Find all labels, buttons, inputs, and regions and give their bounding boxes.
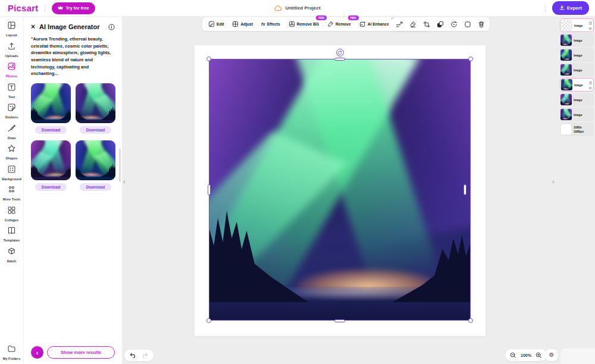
text-icon <box>7 83 16 94</box>
picsart-logo[interactable]: Picsart <box>8 3 38 13</box>
sidebar-item-uploads[interactable]: Uploads <box>0 42 23 58</box>
download-button-2[interactable]: Download <box>80 126 112 134</box>
zoom-out-icon[interactable] <box>510 352 516 359</box>
eye-icon[interactable] <box>588 87 592 89</box>
sidebar-item-draw[interactable]: Draw <box>0 124 23 140</box>
panel-scrollbar[interactable] <box>119 149 121 182</box>
adjust-icon <box>232 21 239 28</box>
download-button-3[interactable]: Download <box>35 183 67 191</box>
layer-row-7[interactable]: Image <box>560 108 594 121</box>
remove-bg-button[interactable]: Remove BG PRO <box>284 17 323 31</box>
generated-image-thumbnail-3[interactable] <box>31 140 71 180</box>
sidebar-item-more-tools[interactable]: More Tools <box>0 185 23 201</box>
sidebar-item-stickers[interactable]: Stickers <box>0 103 23 119</box>
resize-handle-top[interactable] <box>334 58 345 61</box>
close-icon[interactable]: × <box>31 23 35 30</box>
trash-icon[interactable] <box>478 21 485 28</box>
generated-image-thumbnail-1[interactable] <box>31 83 71 123</box>
prompt-text: "Aurora Trending, ethereal beauty, celes… <box>31 36 115 77</box>
panel-title: AI Image Generator <box>39 23 99 30</box>
remove-brush-icon <box>327 21 334 28</box>
undo-icon[interactable] <box>130 353 136 358</box>
crown-icon <box>58 5 63 11</box>
sidebar-item-photos[interactable]: Photos <box>0 62 23 78</box>
layers-icon[interactable] <box>437 21 444 28</box>
redo-icon[interactable] <box>142 353 148 358</box>
header-divider-right <box>545 4 546 12</box>
layer-thumbnail-image <box>560 109 572 120</box>
result-cell: Download <box>76 83 115 134</box>
object-toolbar <box>391 17 490 31</box>
generated-image-thumbnail-2[interactable] <box>76 83 115 123</box>
background-icon <box>7 165 16 176</box>
export-button[interactable]: Export <box>552 1 589 15</box>
layer-thumbnail-image <box>560 49 572 61</box>
remove-bg-icon <box>289 21 295 28</box>
layer-thumbnail-image <box>560 34 572 46</box>
show-more-results-button[interactable]: Show more results <box>47 346 115 359</box>
collapse-left-chevron-icon[interactable]: ‹ <box>123 178 126 185</box>
position-icon[interactable] <box>396 21 403 28</box>
sidebar-item-background[interactable]: Background <box>0 165 23 181</box>
canvas-area: Edit Adjust fx Effects Remove BG PRO Rem… <box>122 17 595 364</box>
resize-handle-bottom-right[interactable] <box>468 318 473 323</box>
collage-icon <box>7 206 16 217</box>
edit-icon <box>208 21 215 28</box>
ai-enhance-button[interactable]: AI Enhance <box>355 17 393 31</box>
resize-handle-bottom[interactable] <box>334 319 345 322</box>
sidebar-item-layout[interactable]: Layout <box>0 21 23 37</box>
bottom-right-plate <box>560 349 595 364</box>
resize-handle-top-right[interactable] <box>468 57 473 61</box>
zoom-controls: 100% <box>505 349 547 361</box>
eraser-icon[interactable] <box>409 21 416 28</box>
zoom-in-icon[interactable] <box>536 352 542 359</box>
sidebar-item-templates[interactable]: Templates <box>0 226 23 242</box>
sidebar-item-shapes[interactable]: Shapes <box>0 144 23 160</box>
sidebar-item-collages[interactable]: Collages <box>0 206 23 222</box>
layer-row-2[interactable]: Image <box>560 33 594 47</box>
rotate-icon[interactable] <box>450 21 458 28</box>
download-button-1[interactable]: Download <box>35 126 67 134</box>
layer-row-4[interactable]: Image <box>560 63 594 77</box>
canvas-settings-button[interactable]: ⚙ <box>546 349 558 361</box>
lock-icon[interactable] <box>589 81 592 84</box>
lock-icon[interactable] <box>589 21 592 25</box>
layout-icon <box>7 21 16 32</box>
info-icon[interactable] <box>108 24 115 30</box>
resize-handle-bottom-left[interactable] <box>206 318 211 323</box>
eye-icon[interactable] <box>588 27 592 30</box>
selected-image-layer[interactable] <box>209 59 471 321</box>
tool-rail: Layout Uploads Photos Text Stickers Draw… <box>0 17 24 364</box>
resize-handle-left[interactable] <box>208 184 211 195</box>
layer-row-5[interactable]: Image <box>560 78 594 92</box>
resize-handle-right[interactable] <box>464 184 466 195</box>
sidebar-item-batch[interactable]: Batch <box>0 247 23 263</box>
edit-button[interactable]: Edit <box>204 17 228 31</box>
layer-row-canvas[interactable]: 1080x 1080px <box>560 123 594 136</box>
layer-row-1[interactable]: Image <box>560 18 594 32</box>
collapse-right-chevron-icon[interactable]: › <box>552 178 555 185</box>
layer-row-3[interactable]: Image <box>560 48 594 62</box>
layers-panel: Image Image Image Image Image <box>560 18 594 136</box>
pro-badge: PRO <box>348 15 359 20</box>
download-button-4[interactable]: Download <box>80 183 112 191</box>
rotate-handle[interactable] <box>336 49 344 57</box>
effects-button[interactable]: fx Effects <box>257 17 284 31</box>
zoom-level[interactable]: 100% <box>521 353 531 357</box>
project-name[interactable]: Untitled Project <box>285 5 320 11</box>
layer-row-6[interactable]: Image <box>560 93 594 106</box>
mask-icon[interactable] <box>464 21 471 28</box>
resize-handle-top-left[interactable] <box>206 57 211 61</box>
effects-icon: fx <box>261 21 265 27</box>
try-for-free-button[interactable]: Try for free <box>52 2 95 14</box>
remove-button[interactable]: Remove PRO <box>323 17 355 31</box>
try-for-free-label: Try for free <box>65 5 89 11</box>
generated-image-thumbnail-4[interactable] <box>76 140 115 180</box>
adjust-button[interactable]: Adjust <box>228 17 257 31</box>
collapse-panel-button[interactable]: ‹ <box>31 346 43 359</box>
sidebar-item-text[interactable]: Text <box>0 83 23 99</box>
crop-icon[interactable] <box>423 21 430 28</box>
layer-thumbnail-image <box>560 94 572 105</box>
sidebar-item-my-folders[interactable]: My Folders <box>0 344 23 360</box>
star-icon <box>7 144 16 155</box>
